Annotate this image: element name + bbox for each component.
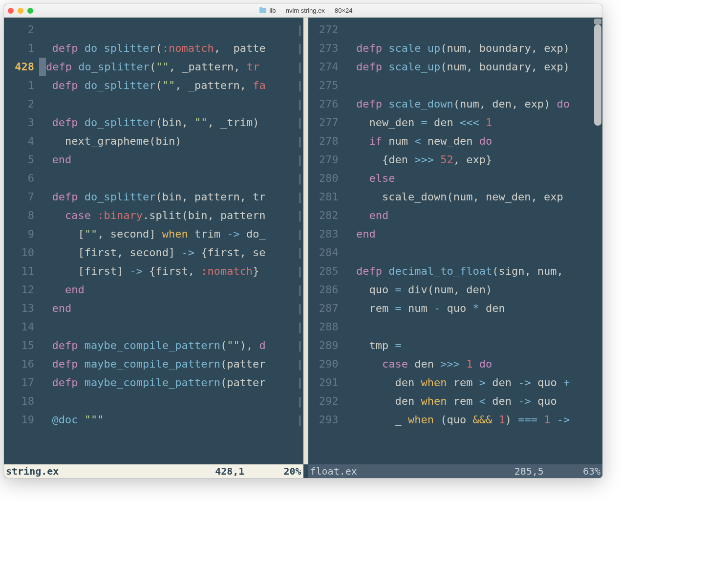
line-number: 293	[308, 411, 343, 429]
minimize-icon[interactable]	[18, 8, 23, 14]
code-line[interactable]: 293 _ when (quo &&& 1) === 1 ->	[308, 411, 603, 429]
code-line[interactable]: 14|	[4, 318, 303, 336]
code-line[interactable]: 8 case :binary.split(bin, pattern|	[4, 206, 303, 225]
code-content: den when rem < den -> quo	[343, 392, 557, 411]
code-content: defp do_splitter(:nomatch, _patte	[39, 39, 266, 58]
line-number: 274	[308, 58, 343, 76]
pane-right[interactable]: 272273 defp scale_up(num, boundary, exp)…	[308, 18, 603, 464]
code-line[interactable]: 275	[308, 76, 603, 95]
code-line[interactable]: 2|	[4, 95, 303, 113]
code-line[interactable]: 280 else	[308, 169, 603, 188]
code-line[interactable]: 285 defp decimal_to_float(sign, num,	[308, 262, 603, 281]
code-line[interactable]: 5 end|	[4, 151, 303, 169]
code-line[interactable]: 2|	[4, 21, 303, 39]
code-line[interactable]: 290 case den >>> 1 do	[308, 355, 603, 373]
code-content: den when rem > den -> quo +	[343, 373, 570, 392]
code-line[interactable]: 287 rem = num - quo * den	[308, 299, 603, 318]
code-line[interactable]: 9 ["", second] when trim -> do_|	[4, 225, 303, 243]
code-content: quo = div(num, den)	[343, 281, 492, 299]
code-content: scale_down(num, new_den, exp	[343, 188, 563, 206]
code-content: case :binary.split(bin, pattern	[39, 206, 266, 225]
code-line[interactable]: 6|	[4, 169, 303, 188]
code-line[interactable]: 291 den when rem > den -> quo +	[308, 373, 603, 392]
line-number: 13	[4, 299, 39, 318]
titlebar[interactable]: lib — nvim string.ex — 80×24	[4, 4, 602, 18]
code-line[interactable]: 286 quo = div(num, den)	[308, 281, 603, 299]
status-left: string.ex 428,1 20%	[4, 464, 303, 478]
code-line[interactable]: 13 end|	[4, 299, 303, 318]
code-content: new_den = den <<< 1	[343, 113, 492, 132]
line-number: 277	[308, 113, 343, 132]
code-line[interactable]: 292 den when rem < den -> quo	[308, 392, 603, 411]
code-line[interactable]: 273 defp scale_up(num, boundary, exp)	[308, 39, 603, 58]
code-line[interactable]: 7 defp do_splitter(bin, pattern, tr|	[4, 188, 303, 206]
split-pipe-icon: |	[297, 206, 303, 225]
code-content: if num < new_den do	[343, 132, 492, 151]
code-line[interactable]: 278 if num < new_den do	[308, 132, 603, 151]
code-content: end	[39, 151, 71, 169]
code-line[interactable]: 272	[308, 21, 603, 39]
split-pipe-icon: |	[297, 21, 303, 39]
split-pipe-icon: |	[297, 373, 303, 392]
code-content: defp do_splitter("", _pattern, fa	[39, 76, 266, 95]
split-pipe-icon: |	[297, 411, 303, 429]
code-line[interactable]: 277 new_den = den <<< 1	[308, 113, 603, 132]
code-line[interactable]: 288	[308, 318, 603, 336]
folder-icon	[259, 8, 266, 13]
line-number: 286	[308, 281, 343, 299]
code-line[interactable]: 282 end	[308, 206, 603, 225]
code-line[interactable]: 1 defp do_splitter("", _pattern, fa|	[4, 76, 303, 95]
code-line[interactable]: 289 tmp =	[308, 336, 603, 355]
code-line[interactable]: 274 defp scale_up(num, boundary, exp)	[308, 58, 603, 76]
split-pipe-icon: |	[297, 76, 303, 95]
line-number: 4	[4, 132, 39, 151]
code-line[interactable]: 284	[308, 243, 603, 262]
code-line[interactable]: 283 end	[308, 225, 603, 243]
split-pipe-icon: |	[297, 58, 303, 76]
code-content: defp do_splitter(bin, "", _trim)	[39, 113, 266, 132]
editor[interactable]: 2|1 defp do_splitter(:nomatch, _patte|42…	[4, 18, 602, 478]
line-number: 428	[4, 58, 39, 76]
code-content: ["", second] when trim -> do_	[39, 225, 266, 243]
code-content: rem = num - quo * den	[343, 299, 505, 318]
line-number: 289	[308, 336, 343, 355]
code-line[interactable]: 12 end|	[4, 281, 303, 299]
line-number: 292	[308, 392, 343, 411]
line-number: 3	[4, 113, 39, 132]
vertical-split[interactable]	[303, 18, 308, 464]
close-icon[interactable]	[8, 8, 14, 14]
code-line[interactable]: 1 defp do_splitter(:nomatch, _patte|	[4, 39, 303, 58]
window-title-text: lib — nvim string.ex — 80×24	[269, 7, 352, 14]
line-number: 9	[4, 225, 39, 243]
code-line[interactable]: 16 defp maybe_compile_pattern(patter|	[4, 355, 303, 373]
code-line[interactable]: 281 scale_down(num, new_den, exp	[308, 188, 603, 206]
code-content: end	[343, 225, 376, 243]
code-line[interactable]: 15 defp maybe_compile_pattern(""), d|	[4, 336, 303, 355]
split-pipe-icon: |	[297, 299, 303, 318]
line-number: 291	[308, 373, 343, 392]
code-line[interactable]: 279 {den >>> 52, exp}	[308, 151, 603, 169]
split-pipe-icon: |	[297, 169, 303, 188]
code-line[interactable]: 18|	[4, 392, 303, 411]
line-number: 288	[308, 318, 343, 336]
code-line[interactable]: 10 [first, second] -> {first, se|	[4, 243, 303, 262]
line-number: 281	[308, 188, 343, 206]
line-number: 2	[4, 21, 39, 39]
code-line[interactable]: 276 defp scale_down(num, den, exp) do	[308, 95, 603, 113]
code-line[interactable]: 4 next_grapheme(bin)|	[4, 132, 303, 151]
code-line[interactable]: 428defp do_splitter("", _pattern, tr|	[4, 58, 303, 76]
line-number: 290	[308, 355, 343, 373]
code-line[interactable]: 3 defp do_splitter(bin, "", _trim) |	[4, 113, 303, 132]
code-line[interactable]: 19 @doc """|	[4, 411, 303, 429]
line-number: 279	[308, 151, 343, 169]
line-number: 18	[4, 392, 39, 411]
line-number: 287	[308, 299, 343, 318]
code-line[interactable]: 17 defp maybe_compile_pattern(patter|	[4, 373, 303, 392]
code-content: else	[343, 169, 395, 188]
line-number: 12	[4, 281, 39, 299]
code-line[interactable]: 11 [first] -> {first, :nomatch} |	[4, 262, 303, 281]
pane-left[interactable]: 2|1 defp do_splitter(:nomatch, _patte|42…	[4, 18, 303, 464]
code-content: defp maybe_compile_pattern(patter	[39, 355, 266, 373]
line-number: 8	[4, 206, 39, 225]
line-number: 285	[308, 262, 343, 281]
